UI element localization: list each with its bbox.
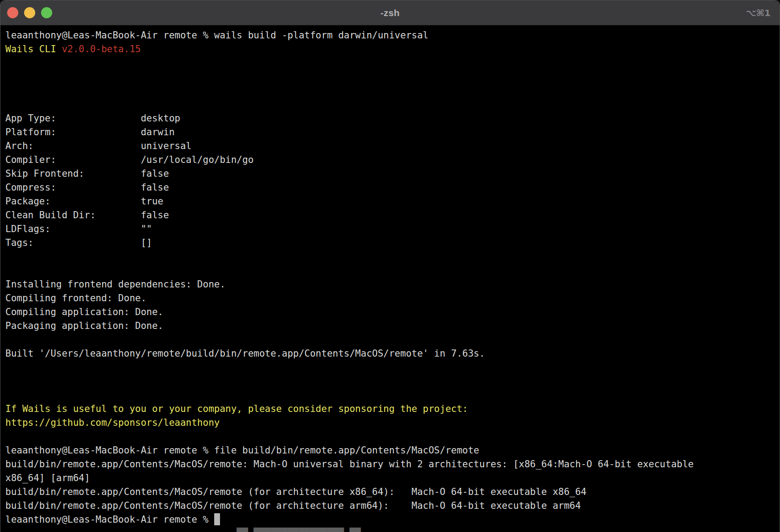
terminal-line: Installing frontend dependencies: Done.: [5, 278, 780, 291]
terminal-line: Arch: universal: [5, 139, 780, 153]
terminal-text-segment: Wails CLI: [5, 44, 62, 54]
terminal-text-segment: If Wails is useful to you or your compan…: [5, 403, 468, 414]
terminal-text-segment: App Type: desktop: [5, 113, 180, 124]
terminal-text-segment: build/bin/remote.app/Contents/MacOS/remo…: [5, 459, 693, 470]
terminal-text-segment: Packaging application: Done.: [5, 320, 163, 331]
terminal-line: [5, 70, 780, 84]
terminal-text-segment: Compiling application: Done.: [5, 307, 163, 317]
terminal-line: build/bin/remote.app/Contents/MacOS/remo…: [5, 457, 780, 471]
terminal-line: build/bin/remote.app/Contents/MacOS/remo…: [5, 499, 780, 513]
terminal-line: Package: true: [5, 195, 780, 208]
terminal-text-segment: Arch: universal: [5, 141, 191, 151]
window-title: -zsh: [380, 8, 399, 18]
terminal-line: Packaging application: Done.: [5, 319, 780, 333]
terminal-line: [5, 430, 780, 444]
close-button[interactable]: [7, 7, 18, 18]
terminal-line: Wails CLI v2.0.0-beta.15: [5, 42, 780, 56]
terminal-text-segment: LDFlags: "": [5, 224, 152, 234]
terminal-line: Compiling frontend: Done.: [5, 291, 780, 305]
terminal-line: leaanthony@Leas-MacBook-Air remote %: [5, 513, 780, 527]
traffic-lights: [7, 0, 52, 25]
window-shortcut-hint: ⌥⌘1: [746, 0, 771, 25]
terminal-line: leaanthony@Leas-MacBook-Air remote % fil…: [5, 444, 780, 457]
minimize-button[interactable]: [24, 7, 35, 18]
titlebar[interactable]: -zsh ⌥⌘1: [0, 0, 780, 25]
terminal-line: Clean Build Dir: false: [5, 208, 780, 222]
terminal-window: -zsh ⌥⌘1 leaanthony@Leas-MacBook-Air rem…: [0, 0, 780, 532]
terminal-text-segment: Clean Build Dir: false: [5, 210, 169, 220]
terminal-text-segment: Built '/Users/leaanthony/remote/build/bi…: [5, 348, 485, 359]
terminal-text-segment: Skip Frontend: false: [5, 168, 169, 179]
terminal-text-segment: leaanthony@Leas-MacBook-Air remote % wai…: [5, 30, 428, 41]
terminal-line: Compiling application: Done.: [5, 305, 780, 319]
terminal-line: LDFlags: "": [5, 222, 780, 236]
terminal-text-segment: build/bin/remote.app/Contents/MacOS/remo…: [5, 486, 586, 497]
terminal-line: x86_64] [arm64]: [5, 471, 780, 485]
zoom-button[interactable]: [41, 7, 52, 18]
terminal-text-segment: Platform: darwin: [5, 127, 174, 137]
terminal-text-segment: Package: true: [5, 196, 163, 207]
terminal-line: [5, 388, 780, 402]
terminal-cursor: [214, 513, 220, 525]
terminal-line: [5, 361, 780, 374]
terminal-text-segment: build/bin/remote.app/Contents/MacOS/remo…: [5, 500, 581, 511]
terminal-line: leaanthony@Leas-MacBook-Air remote % wai…: [5, 29, 780, 42]
terminal-line: [5, 56, 780, 70]
terminal-text-segment: Compress: false: [5, 182, 169, 193]
terminal-text-segment: leaanthony@Leas-MacBook-Air remote % fil…: [5, 445, 479, 456]
terminal-text-segment: Compiling frontend: Done.: [5, 293, 146, 303]
terminal-line: Built '/Users/leaanthony/remote/build/bi…: [5, 347, 780, 361]
terminal-text-segment: x86_64] [arm64]: [5, 473, 90, 483]
terminal-line: [5, 98, 780, 112]
terminal-text-segment: leaanthony@Leas-MacBook-Air remote %: [5, 514, 214, 525]
terminal-line: build/bin/remote.app/Contents/MacOS/remo…: [5, 485, 780, 499]
terminal-text-segment: Compiler: /usr/local/go/bin/go: [5, 154, 253, 165]
terminal-line: App Type: desktop: [5, 112, 780, 125]
terminal-text-segment: v2.0.0-beta.15: [62, 44, 141, 54]
terminal-line: Compiler: /usr/local/go/bin/go: [5, 153, 780, 167]
terminal-line: Compress: false: [5, 181, 780, 195]
terminal-text-segment: Installing frontend dependencies: Done.: [5, 279, 225, 290]
terminal-line: [5, 264, 780, 278]
terminal-line: [5, 374, 780, 388]
terminal-line: If Wails is useful to you or your compan…: [5, 402, 780, 416]
terminal-line: https://github.com/sponsors/leaanthony: [5, 416, 780, 430]
terminal-line: [5, 250, 780, 264]
terminal-text-segment: https://github.com/sponsors/leaanthony: [5, 417, 220, 428]
terminal-line: [5, 84, 780, 98]
terminal-screen[interactable]: leaanthony@Leas-MacBook-Air remote % wai…: [0, 25, 780, 532]
terminal-line: [5, 333, 780, 347]
terminal-line: Platform: darwin: [5, 125, 780, 139]
terminal-text-segment: Tags: []: [5, 237, 152, 248]
terminal-line: Skip Frontend: false: [5, 167, 780, 181]
terminal-text-segment: ██ ████████████████ ██: [5, 528, 361, 532]
terminal-line: Tags: []: [5, 236, 780, 250]
clipped-partial-line: ██ ████████████████ ██: [5, 527, 780, 532]
